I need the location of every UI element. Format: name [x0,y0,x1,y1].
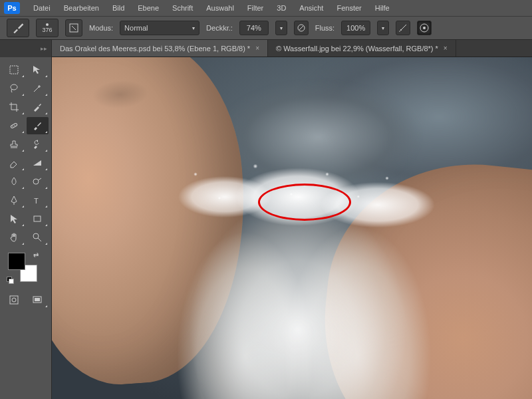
pressure-size-icon [420,23,429,33]
options-bar: 376 Modus: Normal ▾ Deckkr.: 74% ▾ Fluss… [0,16,532,40]
opacity-dropdown[interactable]: ▾ [275,21,287,35]
menu-datei[interactable]: Datei [27,1,57,15]
opacity-input[interactable]: 74% [239,21,269,35]
tool-hand[interactable] [3,229,25,246]
svg-point-5 [423,27,426,29]
tool-heal[interactable] [3,117,25,134]
panel-collapse-button[interactable]: ▸▸ [0,40,52,57]
svg-rect-8 [10,123,17,128]
document-tab-inactive[interactable]: © Wasserfall.jpg bei 22,9% (Wasserfall, … [268,40,456,57]
brush-panel-icon [68,23,79,33]
tool-history-brush[interactable] [27,136,49,153]
tool-stamp[interactable] [3,136,25,153]
tool-shape[interactable] [27,210,49,227]
tool-brush[interactable] [27,117,49,134]
svg-rect-15 [34,216,41,221]
menu-auswahl[interactable]: Auswahl [200,1,241,15]
svg-point-18 [12,298,16,302]
tool-marquee[interactable] [3,61,25,78]
chevron-down-icon: ▾ [192,25,195,31]
tool-type[interactable]: T [27,192,49,209]
flow-dropdown[interactable]: ▾ [377,21,389,35]
svg-point-2 [400,29,402,31]
svg-rect-17 [10,296,18,304]
svg-point-13 [33,179,39,184]
document-tab-active[interactable]: Das Orakel des Meeres.psd bei 53,8% (Ebe… [52,40,268,57]
swap-colors-icon[interactable]: ⇄ [33,251,39,259]
pressure-opacity-icon [297,23,306,33]
tool-eraser[interactable] [3,154,25,172]
tool-zoom[interactable] [27,229,49,246]
blend-mode-value: Normal [124,24,148,32]
flow-label: Fluss: [315,24,334,32]
brush-size-value: 376 [42,27,52,33]
svg-point-9 [12,126,13,126]
svg-point-7 [11,84,17,90]
tool-quickmask[interactable] [3,291,25,309]
menu-filter[interactable]: Filter [241,1,270,15]
svg-text:T: T [34,197,39,205]
airbrush-toggle[interactable] [396,21,410,35]
color-swatches: ⇄ [8,253,37,282]
opacity-label: Deckkr.: [206,24,233,32]
default-colors-icon[interactable] [7,277,13,283]
tab-label: Das Orakel des Meeres.psd bei 53,8% (Ebe… [60,45,250,53]
tool-path-select[interactable] [3,210,25,227]
tool-blur[interactable] [3,173,25,190]
brush-preset-picker[interactable]: 376 [36,19,59,37]
menu-bild[interactable]: Bild [106,1,131,15]
tool-lasso[interactable] [3,80,25,97]
brush-panel-toggle[interactable] [65,19,82,37]
tools-panel: ▸▸ T ⇄ [0,57,52,399]
menu-fenster[interactable]: Fenster [330,1,368,15]
tool-move[interactable] [27,61,49,78]
brush-dot-icon [46,23,49,26]
tab-label: © Wasserfall.jpg bei 22,9% (Wasserfall, … [276,45,438,53]
tool-pen[interactable] [3,192,25,209]
airbrush-icon [398,23,408,33]
menu-hilfe[interactable]: Hilfe [368,1,396,15]
menu-schrift[interactable]: Schrift [166,1,200,15]
tool-screenmode[interactable] [27,291,49,309]
tool-magic-wand[interactable] [27,80,49,97]
menu-3d[interactable]: 3D [270,1,293,15]
document-canvas[interactable] [52,57,532,399]
opacity-pressure-toggle[interactable] [294,21,309,35]
canvas-viewport[interactable] [52,57,532,399]
menu-bearbeiten[interactable]: Bearbeiten [57,1,106,15]
flow-input[interactable]: 100% [341,21,370,35]
tool-crop[interactable] [3,98,25,116]
svg-rect-6 [10,66,18,74]
svg-point-16 [33,233,39,239]
opacity-value: 74% [247,24,261,32]
menu-ebene[interactable]: Ebene [131,1,166,15]
document-tab-bar: Das Orakel des Meeres.psd bei 53,8% (Ebe… [0,40,532,57]
modus-label: Modus: [89,24,113,32]
svg-point-10 [14,125,15,126]
tool-gradient[interactable] [27,154,49,172]
flow-value: 100% [346,24,365,32]
tool-eyedropper[interactable] [27,98,49,116]
menu-ansicht[interactable]: Ansicht [293,1,330,15]
svg-rect-20 [35,298,40,301]
menubar: Ps Datei Bearbeiten Bild Ebene Schrift A… [0,0,532,16]
svg-point-3 [399,31,400,32]
size-pressure-toggle[interactable] [417,21,432,35]
tool-dodge[interactable] [27,173,49,190]
foreground-color-swatch[interactable] [8,253,25,270]
tool-preset-picker[interactable] [7,19,29,37]
brush-icon [11,21,25,35]
close-icon[interactable]: × [444,45,448,52]
annotation-red-ellipse [258,184,351,221]
blend-mode-select[interactable]: Normal ▾ [120,21,200,35]
app-logo[interactable]: Ps [4,2,20,14]
close-icon[interactable]: × [255,45,259,52]
